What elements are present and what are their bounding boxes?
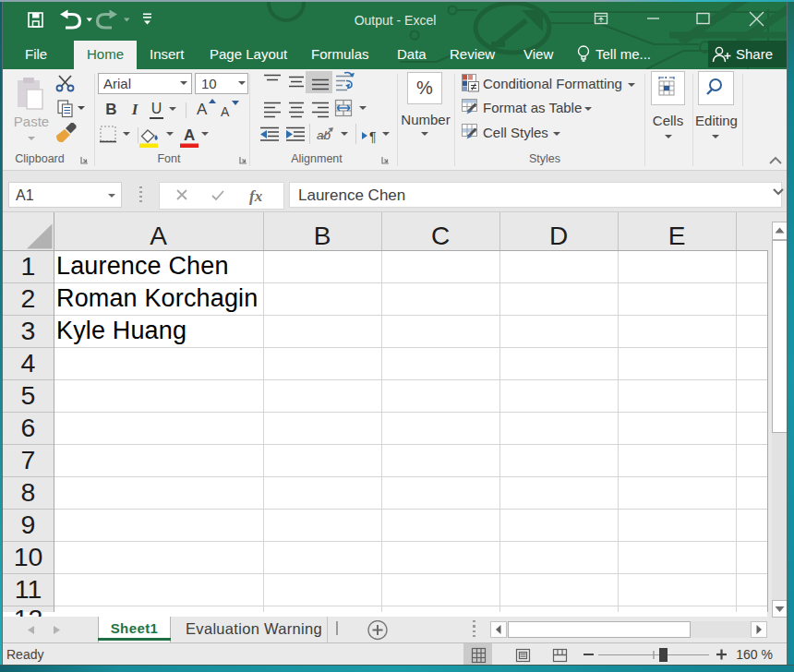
svg-text:A: A bbox=[184, 126, 195, 144]
svg-text:ab: ab bbox=[317, 128, 331, 142]
svg-text:¶: ¶ bbox=[369, 129, 377, 144]
svg-text:fx: fx bbox=[249, 187, 263, 205]
